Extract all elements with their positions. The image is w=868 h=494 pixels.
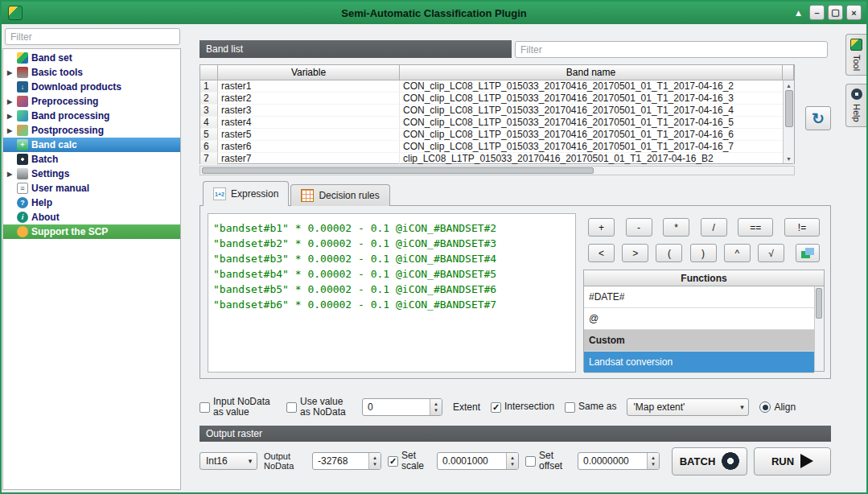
sidebar-item-about[interactable]: About bbox=[3, 210, 180, 224]
scale-value-spinbox[interactable]: 0.0001000 ▴▾ bbox=[437, 452, 519, 470]
dock-tab-tool[interactable]: Tool bbox=[845, 34, 866, 76]
use-value-nodata-checkbox[interactable]: Use value as NoData bbox=[286, 397, 352, 418]
batch-button[interactable]: BATCH bbox=[672, 447, 747, 475]
spinner-arrows-icon[interactable]: ▴▾ bbox=[368, 453, 381, 469]
scrollbar-thumb[interactable] bbox=[202, 167, 594, 174]
output-nodata-spinbox[interactable]: -32768 ▴▾ bbox=[312, 452, 381, 470]
radio-label: Align bbox=[774, 401, 796, 413]
spinner-arrows-icon[interactable]: ▴▾ bbox=[506, 453, 518, 469]
same-as-checkbox[interactable]: Same as bbox=[565, 401, 616, 412]
run-button[interactable]: RUN bbox=[754, 447, 831, 475]
operator-button-close-paren[interactable]: ) bbox=[690, 244, 717, 262]
operator-button-open-paren[interactable]: ( bbox=[656, 244, 682, 262]
dock-tab-help[interactable]: Help bbox=[845, 84, 866, 127]
sidebar-item-preprocessing[interactable]: ▶Preprocessing bbox=[3, 94, 180, 109]
intersection-checkbox[interactable]: ✓ Intersection bbox=[491, 401, 554, 412]
operator-button-greater-than[interactable]: > bbox=[622, 244, 648, 262]
set-scale-checkbox[interactable]: ✓ Set scale bbox=[388, 451, 430, 471]
input-nodata-checkbox[interactable]: Input NoData as value bbox=[200, 397, 276, 418]
function-item-date[interactable]: #DATE# bbox=[584, 286, 814, 308]
column-header-band-name[interactable]: Band name bbox=[400, 65, 783, 80]
batch-icon bbox=[17, 154, 28, 165]
sidebar-item-download-products[interactable]: Download products bbox=[3, 80, 180, 94]
function-item-landsat-conversion[interactable]: Landsat conversion bbox=[584, 352, 814, 373]
intersection-layers-button[interactable] bbox=[796, 244, 820, 262]
band-table-row[interactable]: 4raster4CON_clip_LC08_L1TP_015033_201704… bbox=[200, 117, 794, 129]
sidebar-item-label: Help bbox=[31, 197, 52, 208]
map-extent-select[interactable]: 'Map extent' ▾ bbox=[627, 398, 749, 416]
window-title: Semi-Automatic Classification Plugin bbox=[2, 7, 866, 19]
expression-line: "bandset#b6" * 0.00002 - 0.1 @iCON_#BAND… bbox=[213, 297, 570, 312]
checkbox-icon bbox=[286, 402, 297, 413]
scrollbar-thumb[interactable] bbox=[785, 90, 793, 127]
band-table-row[interactable]: 6raster6CON_clip_LC08_L1TP_015033_201704… bbox=[200, 141, 794, 153]
function-item-custom[interactable]: Custom bbox=[584, 330, 814, 352]
column-header-variable[interactable]: Variable bbox=[218, 65, 400, 80]
operator-button-plus[interactable]: + bbox=[588, 218, 615, 237]
rollup-icon[interactable]: ▴ bbox=[791, 5, 806, 20]
sidebar-item-postprocessing[interactable]: ▶Postprocessing bbox=[3, 123, 180, 138]
operator-button-equals[interactable]: == bbox=[738, 218, 773, 237]
operator-button-minus[interactable]: - bbox=[626, 218, 652, 237]
expander-icon[interactable]: ▶ bbox=[6, 98, 14, 105]
spinner-arrows-icon[interactable]: ▴▾ bbox=[647, 453, 659, 469]
operator-button-divide[interactable]: / bbox=[701, 218, 727, 237]
operator-button-power[interactable]: ^ bbox=[724, 244, 751, 262]
combobox-value: Int16 bbox=[206, 455, 244, 467]
sidebar-item-label: Band set bbox=[31, 52, 72, 64]
operator-button-less-than[interactable]: < bbox=[588, 244, 615, 262]
sidebar-item-batch[interactable]: Batch bbox=[3, 152, 180, 167]
align-radio[interactable]: Align bbox=[759, 401, 796, 413]
expander-icon[interactable]: ▶ bbox=[6, 113, 14, 120]
band-table-vertical-scrollbar[interactable]: ▲ ▼ bbox=[783, 80, 794, 163]
scrollbar-thumb[interactable] bbox=[816, 288, 822, 319]
close-button[interactable]: × bbox=[846, 5, 862, 20]
maximize-button[interactable]: ▢ bbox=[828, 5, 843, 20]
sidebar-filter-input[interactable] bbox=[5, 28, 180, 45]
nodata-value-spinbox[interactable]: 0 ▴▾ bbox=[362, 398, 442, 416]
titlebar[interactable]: Semi-Automatic Classification Plugin ▴ –… bbox=[2, 2, 866, 24]
band-table-row[interactable]: 1raster1CON_clip_LC08_L1TP_015033_201704… bbox=[200, 80, 794, 93]
sidebar-item-band-calc[interactable]: Band calc bbox=[3, 138, 180, 152]
help-icon bbox=[17, 197, 28, 208]
expander-icon[interactable]: ▶ bbox=[6, 171, 14, 178]
sidebar-item-settings[interactable]: ▶Settings bbox=[3, 167, 180, 181]
combobox-value: 'Map extent' bbox=[633, 401, 735, 413]
band-variable-cell: raster6 bbox=[218, 141, 400, 153]
sidebar-item-basic-tools[interactable]: ▶Basic tools bbox=[3, 65, 180, 80]
band-table-row[interactable]: 5raster5CON_clip_LC08_L1TP_015033_201704… bbox=[200, 129, 794, 141]
expander-icon[interactable]: ▶ bbox=[6, 69, 14, 76]
output-type-select[interactable]: Int16 ▾ bbox=[200, 452, 257, 470]
operator-button-square-root[interactable]: √ bbox=[758, 244, 784, 262]
band-table-row[interactable]: 2raster2CON_clip_LC08_L1TP_015033_201704… bbox=[200, 93, 794, 105]
offset-value-spinbox[interactable]: 0.0000000 ▴▾ bbox=[578, 452, 660, 470]
band-variable-cell: raster4 bbox=[218, 117, 400, 129]
band-table-row[interactable]: 3raster3CON_clip_LC08_L1TP_015033_201704… bbox=[200, 105, 794, 117]
sidebar-item-band-processing[interactable]: ▶Band processing bbox=[3, 109, 180, 123]
scroll-up-icon[interactable]: ▲ bbox=[786, 80, 792, 90]
sidebar-item-support-the-scp[interactable]: Support the SCP bbox=[3, 224, 180, 239]
expander-icon[interactable]: ▶ bbox=[6, 127, 14, 134]
operator-button-not-equals[interactable]: != bbox=[784, 218, 820, 237]
band-table-horizontal-scrollbar[interactable] bbox=[200, 166, 795, 175]
spinner-arrows-icon[interactable]: ▴▾ bbox=[430, 399, 442, 415]
minimize-button[interactable]: – bbox=[809, 5, 825, 20]
scroll-down-icon[interactable]: ▼ bbox=[786, 154, 792, 163]
sidebar-item-help[interactable]: Help bbox=[3, 196, 180, 210]
refresh-band-list-button[interactable]: ↻ bbox=[805, 106, 831, 130]
expression-editor[interactable]: "bandset#b1" * 0.00002 - 0.1 @iCON_#BAND… bbox=[208, 213, 576, 373]
band-list-filter-input[interactable] bbox=[515, 41, 828, 58]
operator-button-multiply[interactable]: * bbox=[663, 218, 689, 237]
function-item-symbol[interactable]: @ bbox=[584, 308, 814, 330]
batch-button-label: BATCH bbox=[680, 455, 716, 467]
tab-decision-rules[interactable]: Decision rules bbox=[290, 184, 389, 206]
scp-logo-icon bbox=[8, 6, 23, 20]
band-table-row[interactable]: 7raster7clip_LC08_L1TP_015033_20170416_2… bbox=[200, 153, 794, 165]
functions-scrollbar[interactable] bbox=[814, 286, 824, 371]
set-offset-checkbox[interactable]: Set offset bbox=[525, 451, 571, 471]
sidebar-item-user-manual[interactable]: User manual bbox=[3, 181, 180, 196]
tab-expression[interactable]: Expression bbox=[203, 181, 289, 206]
band-row-number: 3 bbox=[200, 105, 218, 117]
sidebar-item-band-set[interactable]: Band set bbox=[3, 51, 180, 65]
sidebar-item-label: Basic tools bbox=[31, 67, 83, 78]
